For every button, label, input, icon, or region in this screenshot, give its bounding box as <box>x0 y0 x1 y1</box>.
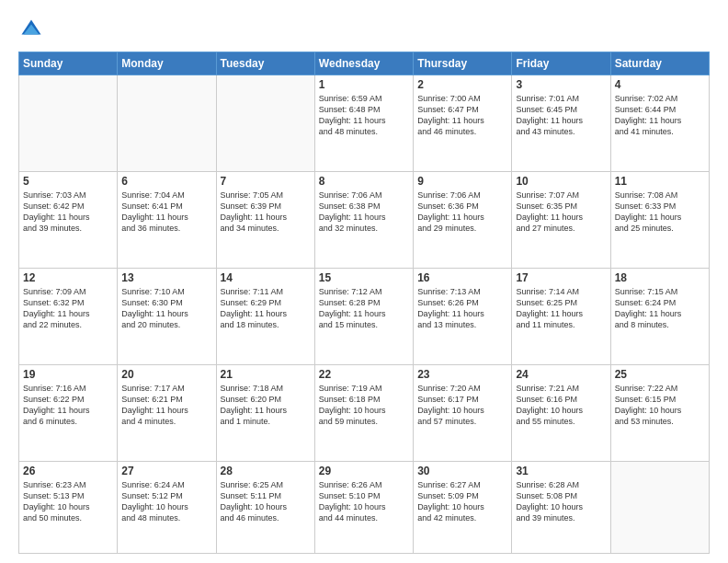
calendar-cell: 12Sunrise: 7:09 AM Sunset: 6:32 PM Dayli… <box>19 269 118 365</box>
day-info: Sunrise: 7:10 AM Sunset: 6:30 PM Dayligh… <box>121 286 211 331</box>
day-info: Sunrise: 6:27 AM Sunset: 5:09 PM Dayligh… <box>417 479 507 524</box>
day-info: Sunrise: 7:19 AM Sunset: 6:18 PM Dayligh… <box>319 383 409 428</box>
day-info: Sunrise: 7:00 AM Sunset: 6:47 PM Dayligh… <box>417 93 507 138</box>
calendar-cell: 8Sunrise: 7:06 AM Sunset: 6:38 PM Daylig… <box>314 172 413 269</box>
day-number: 20 <box>121 368 211 381</box>
day-info: Sunrise: 7:05 AM Sunset: 6:39 PM Dayligh… <box>221 190 311 235</box>
day-info: Sunrise: 7:08 AM Sunset: 6:33 PM Dayligh… <box>615 190 705 235</box>
calendar-cell: 18Sunrise: 7:15 AM Sunset: 6:24 PM Dayli… <box>610 269 709 365</box>
calendar-cell: 24Sunrise: 7:21 AM Sunset: 6:16 PM Dayli… <box>512 365 610 462</box>
weekday-header: Thursday <box>414 52 512 75</box>
calendar-cell: 17Sunrise: 7:14 AM Sunset: 6:25 PM Dayli… <box>512 269 610 365</box>
day-info: Sunrise: 7:02 AM Sunset: 6:44 PM Dayligh… <box>615 93 705 138</box>
day-number: 7 <box>221 175 311 188</box>
day-info: Sunrise: 7:11 AM Sunset: 6:29 PM Dayligh… <box>221 286 311 331</box>
day-number: 30 <box>417 465 507 477</box>
day-number: 14 <box>221 271 311 284</box>
calendar-cell <box>118 75 216 172</box>
calendar-cell <box>216 75 314 172</box>
calendar-cell: 1Sunrise: 6:59 AM Sunset: 6:48 PM Daylig… <box>314 75 413 172</box>
weekday-header: Monday <box>118 52 216 75</box>
day-info: Sunrise: 6:26 AM Sunset: 5:10 PM Dayligh… <box>319 479 409 524</box>
weekday-header: Wednesday <box>314 52 413 75</box>
calendar-cell: 30Sunrise: 6:27 AM Sunset: 5:09 PM Dayli… <box>414 462 512 554</box>
day-info: Sunrise: 6:25 AM Sunset: 5:11 PM Dayligh… <box>221 479 311 524</box>
logo-icon <box>18 17 44 42</box>
day-number: 21 <box>221 368 311 381</box>
calendar-cell: 6Sunrise: 7:04 AM Sunset: 6:41 PM Daylig… <box>118 172 216 269</box>
day-number: 18 <box>615 271 705 284</box>
calendar-cell: 20Sunrise: 7:17 AM Sunset: 6:21 PM Dayli… <box>118 365 216 462</box>
day-number: 27 <box>121 465 211 477</box>
day-info: Sunrise: 7:09 AM Sunset: 6:32 PM Dayligh… <box>23 286 113 331</box>
logo <box>18 17 48 42</box>
calendar-cell: 25Sunrise: 7:22 AM Sunset: 6:15 PM Dayli… <box>610 365 709 462</box>
day-info: Sunrise: 6:24 AM Sunset: 5:12 PM Dayligh… <box>121 479 211 524</box>
day-info: Sunrise: 7:20 AM Sunset: 6:17 PM Dayligh… <box>417 383 507 428</box>
calendar-cell: 10Sunrise: 7:07 AM Sunset: 6:35 PM Dayli… <box>512 172 610 269</box>
day-info: Sunrise: 7:01 AM Sunset: 6:45 PM Dayligh… <box>516 93 606 138</box>
day-info: Sunrise: 7:07 AM Sunset: 6:35 PM Dayligh… <box>516 190 606 235</box>
day-number: 15 <box>319 271 409 284</box>
calendar-cell: 16Sunrise: 7:13 AM Sunset: 6:26 PM Dayli… <box>414 269 512 365</box>
calendar-cell: 7Sunrise: 7:05 AM Sunset: 6:39 PM Daylig… <box>216 172 314 269</box>
calendar-cell: 23Sunrise: 7:20 AM Sunset: 6:17 PM Dayli… <box>414 365 512 462</box>
calendar-cell: 4Sunrise: 7:02 AM Sunset: 6:44 PM Daylig… <box>610 75 709 172</box>
day-number: 12 <box>23 271 113 284</box>
day-number: 23 <box>417 368 507 381</box>
day-number: 19 <box>23 368 113 381</box>
calendar-cell: 9Sunrise: 7:06 AM Sunset: 6:36 PM Daylig… <box>414 172 512 269</box>
calendar-cell: 19Sunrise: 7:16 AM Sunset: 6:22 PM Dayli… <box>19 365 118 462</box>
day-info: Sunrise: 7:17 AM Sunset: 6:21 PM Dayligh… <box>121 383 211 428</box>
day-number: 4 <box>615 78 705 91</box>
day-number: 9 <box>417 175 507 188</box>
day-number: 29 <box>319 465 409 477</box>
day-number: 25 <box>615 368 705 381</box>
day-number: 6 <box>121 175 211 188</box>
day-number: 22 <box>319 368 409 381</box>
day-number: 16 <box>417 271 507 284</box>
header <box>18 17 710 42</box>
calendar-cell: 21Sunrise: 7:18 AM Sunset: 6:20 PM Dayli… <box>216 365 314 462</box>
calendar-week-row: 19Sunrise: 7:16 AM Sunset: 6:22 PM Dayli… <box>19 365 710 462</box>
day-info: Sunrise: 7:13 AM Sunset: 6:26 PM Dayligh… <box>417 286 507 331</box>
calendar-cell: 5Sunrise: 7:03 AM Sunset: 6:42 PM Daylig… <box>19 172 118 269</box>
day-number: 28 <box>221 465 311 477</box>
calendar-cell: 31Sunrise: 6:28 AM Sunset: 5:08 PM Dayli… <box>512 462 610 554</box>
calendar-cell: 29Sunrise: 6:26 AM Sunset: 5:10 PM Dayli… <box>314 462 413 554</box>
day-number: 3 <box>516 78 606 91</box>
day-info: Sunrise: 7:03 AM Sunset: 6:42 PM Dayligh… <box>23 190 113 235</box>
day-info: Sunrise: 7:22 AM Sunset: 6:15 PM Dayligh… <box>615 383 705 428</box>
calendar-table: SundayMondayTuesdayWednesdayThursdayFrid… <box>18 52 710 554</box>
day-info: Sunrise: 7:14 AM Sunset: 6:25 PM Dayligh… <box>516 286 606 331</box>
day-info: Sunrise: 6:59 AM Sunset: 6:48 PM Dayligh… <box>319 93 409 138</box>
calendar-cell: 15Sunrise: 7:12 AM Sunset: 6:28 PM Dayli… <box>314 269 413 365</box>
day-info: Sunrise: 7:16 AM Sunset: 6:22 PM Dayligh… <box>23 383 113 428</box>
calendar-cell: 26Sunrise: 6:23 AM Sunset: 5:13 PM Dayli… <box>19 462 118 554</box>
calendar-week-row: 1Sunrise: 6:59 AM Sunset: 6:48 PM Daylig… <box>19 75 710 172</box>
weekday-header: Tuesday <box>216 52 314 75</box>
day-number: 13 <box>121 271 211 284</box>
calendar-cell: 13Sunrise: 7:10 AM Sunset: 6:30 PM Dayli… <box>118 269 216 365</box>
day-info: Sunrise: 6:23 AM Sunset: 5:13 PM Dayligh… <box>23 479 113 524</box>
weekday-header: Sunday <box>19 52 118 75</box>
weekday-header-row: SundayMondayTuesdayWednesdayThursdayFrid… <box>19 52 710 75</box>
day-info: Sunrise: 7:04 AM Sunset: 6:41 PM Dayligh… <box>121 190 211 235</box>
day-number: 31 <box>516 465 606 477</box>
day-number: 26 <box>23 465 113 477</box>
day-number: 10 <box>516 175 606 188</box>
calendar-week-row: 5Sunrise: 7:03 AM Sunset: 6:42 PM Daylig… <box>19 172 710 269</box>
day-number: 1 <box>319 78 409 91</box>
page: SundayMondayTuesdayWednesdayThursdayFrid… <box>0 0 728 563</box>
calendar-cell: 2Sunrise: 7:00 AM Sunset: 6:47 PM Daylig… <box>414 75 512 172</box>
calendar-cell <box>19 75 118 172</box>
calendar-cell: 11Sunrise: 7:08 AM Sunset: 6:33 PM Dayli… <box>610 172 709 269</box>
calendar-cell: 22Sunrise: 7:19 AM Sunset: 6:18 PM Dayli… <box>314 365 413 462</box>
day-number: 8 <box>319 175 409 188</box>
day-number: 17 <box>516 271 606 284</box>
calendar-cell: 14Sunrise: 7:11 AM Sunset: 6:29 PM Dayli… <box>216 269 314 365</box>
weekday-header: Friday <box>512 52 610 75</box>
day-info: Sunrise: 7:18 AM Sunset: 6:20 PM Dayligh… <box>221 383 311 428</box>
calendar-week-row: 12Sunrise: 7:09 AM Sunset: 6:32 PM Dayli… <box>19 269 710 365</box>
weekday-header: Saturday <box>610 52 709 75</box>
